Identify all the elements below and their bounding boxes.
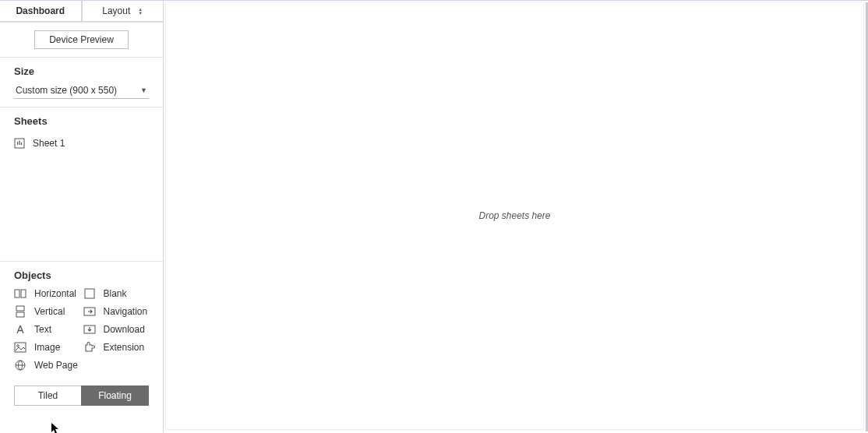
sheet-item-label: Sheet 1 <box>33 138 65 149</box>
sheets-section: Sheets Sheet 1 <box>0 107 163 262</box>
sort-updown-icon: ▲▼ <box>138 8 143 15</box>
dashboard-sidebar: Dashboard Layout ▲▼ Device Preview Size … <box>0 1 164 433</box>
object-text[interactable]: Text <box>14 323 80 336</box>
blank-icon <box>83 287 96 300</box>
object-horizontal[interactable]: Horizontal <box>14 287 80 300</box>
vertical-container-icon <box>14 305 26 318</box>
drop-hint-text: Drop sheets here <box>478 210 550 221</box>
size-section: Size Custom size (900 x 550) ▼ <box>0 58 163 107</box>
device-preview-button[interactable]: Device Preview <box>34 30 129 49</box>
extension-icon <box>83 341 96 354</box>
object-label: Web Page <box>34 360 78 371</box>
object-vertical[interactable]: Vertical <box>14 305 80 318</box>
object-label: Text <box>34 324 51 335</box>
tab-layout[interactable]: Layout ▲▼ <box>82 1 164 22</box>
tab-dashboard[interactable]: Dashboard <box>0 1 82 22</box>
image-icon <box>14 341 26 354</box>
mode-tiled-button[interactable]: Tiled <box>14 385 81 406</box>
svg-point-12 <box>17 345 19 347</box>
object-download[interactable]: Download <box>83 323 150 336</box>
object-label: Extension <box>104 342 145 353</box>
object-navigation[interactable]: Navigation <box>83 305 150 318</box>
object-label: Vertical <box>34 306 65 317</box>
sheets-title: Sheets <box>14 115 149 127</box>
object-label: Image <box>34 342 60 353</box>
tab-layout-label: Layout <box>102 5 130 16</box>
layout-mode-toggle: Tiled Floating <box>14 385 149 406</box>
mode-floating-button[interactable]: Floating <box>81 385 149 406</box>
svg-rect-11 <box>15 343 26 352</box>
webpage-icon <box>14 359 26 371</box>
download-icon <box>83 323 96 336</box>
objects-section: Objects Horizontal Blank <box>0 262 163 378</box>
svg-rect-8 <box>16 312 24 317</box>
svg-rect-6 <box>85 289 94 298</box>
cursor-icon <box>51 422 60 433</box>
size-title: Size <box>14 65 149 77</box>
object-label: Navigation <box>104 306 148 317</box>
svg-rect-4 <box>15 290 19 297</box>
object-label: Blank <box>104 288 127 299</box>
dashboard-canvas-wrapper: Drop sheets here <box>164 2 868 431</box>
svg-rect-7 <box>16 306 24 311</box>
dashboard-canvas[interactable]: Drop sheets here <box>166 2 863 429</box>
objects-title: Objects <box>14 269 149 281</box>
object-image[interactable]: Image <box>14 341 80 354</box>
text-icon <box>14 323 26 336</box>
object-label: Horizontal <box>34 288 76 299</box>
sheet-item[interactable]: Sheet 1 <box>14 133 149 153</box>
size-value: Custom size (900 x 550) <box>16 85 117 96</box>
object-webpage[interactable]: Web Page <box>14 359 80 371</box>
device-preview-row: Device Preview <box>0 23 163 58</box>
navigation-icon <box>83 305 96 318</box>
worksheet-icon <box>14 138 25 149</box>
size-dropdown[interactable]: Custom size (900 x 550) ▼ <box>14 83 149 99</box>
object-extension[interactable]: Extension <box>83 341 150 354</box>
chevron-down-icon: ▼ <box>140 86 147 94</box>
sidebar-tabs: Dashboard Layout ▲▼ <box>0 1 163 23</box>
object-blank[interactable]: Blank <box>83 287 150 300</box>
horizontal-container-icon <box>14 287 26 300</box>
svg-rect-5 <box>21 290 26 297</box>
object-label: Download <box>104 324 145 335</box>
